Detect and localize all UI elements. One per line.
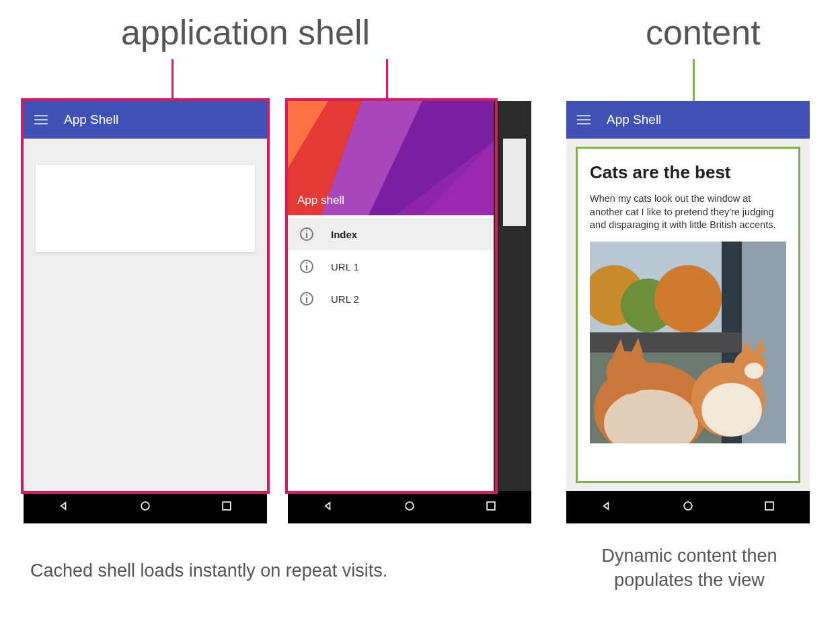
info-icon [300,260,313,273]
drawer-item-label: Index [331,229,357,240]
content-card-empty [36,165,255,252]
nav-back-icon[interactable] [57,499,71,515]
phone-content: App Shell Cats are the best When my cats… [566,101,810,523]
svg-point-26 [744,363,763,379]
content-body: When my cats look out the window at anot… [590,192,786,232]
navigation-drawer: App shell Index URL 1 URL 2 [288,101,494,491]
caption-shell-post: on repeat visits. [256,560,388,581]
drawer-item-url1[interactable]: URL 1 [288,250,494,283]
appbar-title: App Shell [607,112,661,127]
svg-point-24 [701,383,762,437]
connector-line-shell-left [171,59,174,101]
title-content: content [646,12,761,52]
nav-home-icon[interactable] [681,499,695,515]
svg-point-20 [606,351,649,394]
background-card-peek [503,139,526,226]
nav-home-icon[interactable] [403,499,416,515]
appbar-title: App Shell [64,112,118,127]
svg-rect-1 [223,502,231,510]
caption-shell: Cached shell loads instantly on repeat v… [30,558,528,583]
info-icon [300,227,313,241]
drawer-item-index[interactable]: Index [288,218,494,250]
caption-content: Dynamic content then populates the view [575,544,804,593]
svg-rect-30 [765,502,773,510]
svg-rect-17 [590,332,742,353]
drawer-header-label: App shell [297,194,344,207]
nav-home-icon[interactable] [139,499,152,515]
phone-shell-empty: App Shell [24,101,267,523]
svg-point-0 [141,502,149,510]
android-navbar [566,491,810,523]
appbar: App Shell [24,101,267,139]
phone-shell-drawer: App shell Index URL 1 URL 2 [288,101,531,523]
hamburger-icon[interactable] [34,115,48,124]
caption-shell-bold: instantly [189,560,256,581]
drawer-header: App shell [288,101,494,215]
nav-back-icon[interactable] [321,499,335,515]
content-card: Cats are the best When my cats look out … [576,147,800,483]
svg-point-16 [654,265,722,332]
svg-point-29 [684,502,692,510]
connector-line-shell-right [386,59,388,101]
drawer-list: Index URL 1 URL 2 [288,215,494,315]
svg-point-8 [406,502,414,510]
nav-recent-icon[interactable] [484,499,498,515]
caption-shell-pre: Cached shell loads [30,560,189,581]
hamburger-icon[interactable] [577,115,590,124]
nav-recent-icon[interactable] [763,499,776,515]
appbar: App Shell [566,101,810,139]
android-navbar [24,491,267,523]
content-photo [590,242,786,443]
title-application-shell: application shell [121,12,370,52]
content-heading: Cats are the best [590,162,786,183]
svg-rect-9 [487,502,495,510]
info-icon [300,292,313,305]
drawer-item-label: URL 1 [331,261,359,272]
drawer-item-label: URL 2 [331,293,359,305]
drawer-item-url2[interactable]: URL 2 [288,283,494,315]
nav-recent-icon[interactable] [220,499,233,515]
nav-back-icon[interactable] [600,499,613,515]
android-navbar [288,491,531,523]
